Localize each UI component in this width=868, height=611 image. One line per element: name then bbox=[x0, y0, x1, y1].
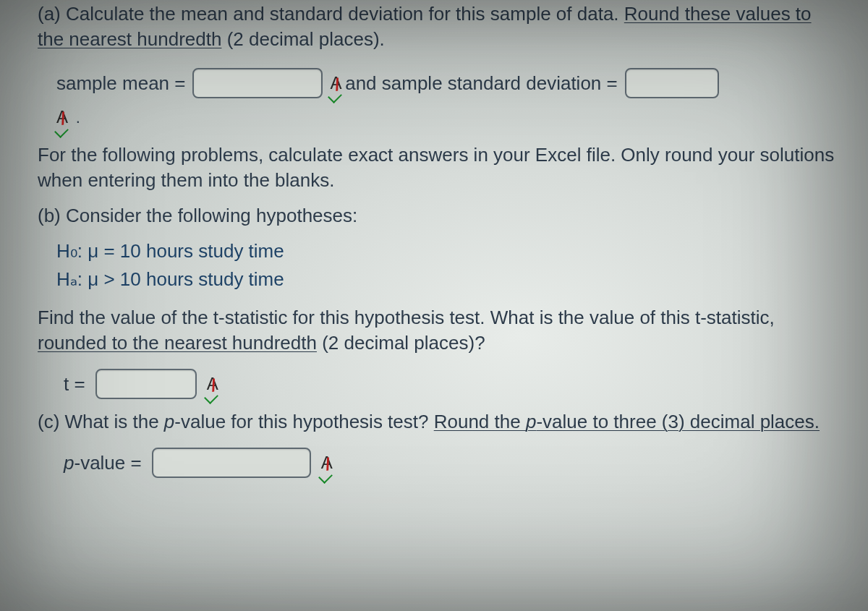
p-value-input[interactable] bbox=[152, 448, 311, 478]
p-value-label: p-value = bbox=[64, 450, 142, 476]
t-label: t = bbox=[64, 372, 85, 397]
p-value-row: p-value = A/ bbox=[64, 448, 839, 478]
question-content: (a) Calculate the mean and standard devi… bbox=[38, 1, 839, 478]
part-a-suffix: (2 decimal places). bbox=[221, 28, 384, 50]
part-b-find-underlined: rounded to the nearest hundredth bbox=[38, 332, 317, 354]
part-a-trailing-row: A/ . bbox=[56, 106, 839, 129]
alt-hypothesis: Hₐ: μ > 10 hours study time bbox=[56, 267, 839, 292]
period: . bbox=[76, 107, 80, 129]
t-statistic-row: t = A/ bbox=[64, 369, 839, 399]
part-a-inputs-row: sample mean = A/ and sample standard dev… bbox=[56, 68, 839, 98]
p-italic: p bbox=[164, 411, 174, 432]
spellcheck-icon[interactable]: A/ bbox=[330, 72, 338, 95]
spellcheck-icon[interactable]: A/ bbox=[321, 451, 329, 474]
sample-sd-label: and sample standard deviation = bbox=[345, 71, 618, 96]
part-b-intro: (b) Consider the following hypotheses: bbox=[38, 203, 839, 228]
sample-sd-input[interactable] bbox=[625, 68, 719, 98]
sample-mean-input[interactable] bbox=[192, 68, 323, 98]
spellcheck-icon[interactable]: A/ bbox=[207, 372, 215, 396]
part-b-find-suffix: (2 decimal places)? bbox=[317, 332, 485, 354]
part-a-prompt: (a) Calculate the mean and standard devi… bbox=[38, 1, 839, 52]
rounding-instructions: For the following problems, calculate ex… bbox=[38, 142, 839, 193]
part-a-prefix: (a) Calculate the mean and standard devi… bbox=[38, 3, 624, 25]
t-statistic-input[interactable] bbox=[95, 369, 197, 399]
spellcheck-icon[interactable]: A/ bbox=[56, 106, 64, 129]
sample-mean-label: sample mean = bbox=[56, 71, 185, 96]
part-b-find: Find the value of the t-statistic for th… bbox=[38, 305, 839, 356]
part-c-mid: -value for this hypothesis test? bbox=[174, 411, 433, 432]
null-hypothesis: H₀: μ = 10 hours study time bbox=[56, 239, 839, 264]
part-c-prompt: (c) What is the p-value for this hypothe… bbox=[38, 409, 839, 435]
part-c-prefix: (c) What is the bbox=[38, 411, 164, 432]
part-c-underlined: Round the p-value to three (3) decimal p… bbox=[434, 411, 820, 432]
part-b-find-prefix: Find the value of the t-statistic for th… bbox=[38, 307, 775, 328]
